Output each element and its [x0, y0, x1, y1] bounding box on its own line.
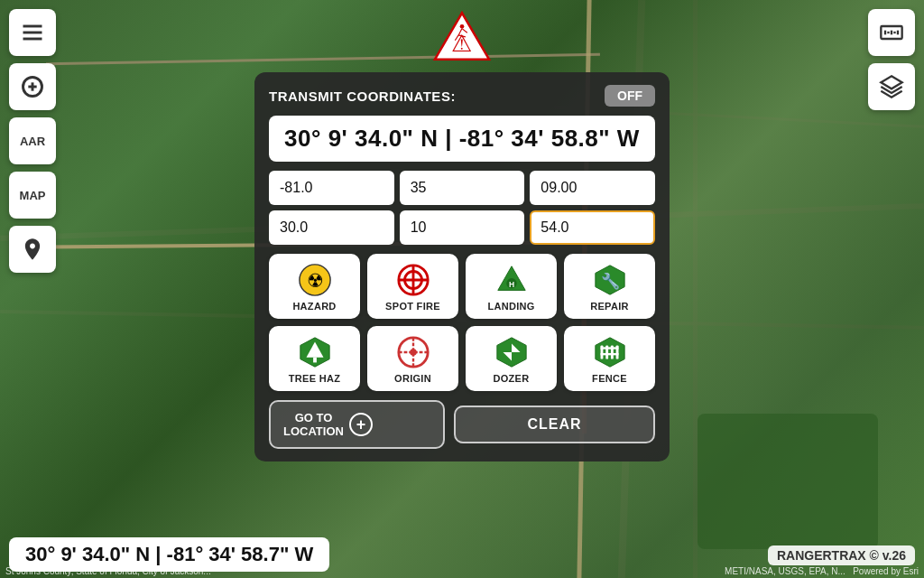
off-button[interactable]: OFF	[605, 85, 655, 107]
dozer-button[interactable]: DOZER	[466, 326, 557, 391]
dozer-label: DOZER	[494, 373, 530, 384]
landing-button[interactable]: H LANDING	[466, 254, 557, 319]
repair-label: REPAIR	[590, 301, 629, 312]
measure-button[interactable]	[868, 9, 915, 56]
repair-button[interactable]: 🔧 REPAIR	[564, 254, 655, 319]
fence-label: FENCE	[592, 373, 627, 384]
hazard-label: HAZARD	[292, 301, 336, 312]
menu-button[interactable]	[9, 9, 56, 56]
input-lat-deg[interactable]	[269, 210, 394, 245]
spot-fire-label: SPOT FIRE	[385, 301, 440, 312]
bottom-coordinate: 30° 9' 34.0" N | -81° 34' 58.7" W	[9, 537, 329, 572]
go-to-location-text: GO TOLOCATION	[283, 411, 344, 438]
map-button[interactable]: MAP	[9, 172, 56, 219]
bottom-right-info: RANGERTRAX © v.26	[768, 545, 915, 565]
svg-text:☢: ☢	[306, 270, 323, 291]
svg-point-38	[410, 349, 417, 356]
spot-fire-button[interactable]: SPOT FIRE	[367, 254, 458, 319]
input-lat-min[interactable]	[400, 210, 525, 245]
top-right-controls	[868, 9, 915, 110]
clear-button[interactable]: CLEAR	[454, 406, 655, 443]
zoom-in-button[interactable]	[9, 63, 56, 110]
origin-button[interactable]: ORIGIN	[367, 326, 458, 391]
svg-rect-48	[600, 353, 618, 355]
go-to-location-button[interactable]: GO TOLOCATION +	[269, 400, 445, 449]
svg-rect-34	[313, 358, 317, 363]
transmit-row: TRANSMIT COORDINATES: OFF	[269, 85, 655, 107]
fence-button[interactable]: FENCE	[564, 326, 655, 391]
input-lon-min[interactable]	[400, 171, 525, 205]
hazard-button[interactable]: ☢ HAZARD	[269, 254, 360, 319]
svg-marker-42	[595, 338, 624, 367]
input-lat-sec[interactable]	[530, 210, 655, 245]
svg-rect-47	[600, 347, 618, 349]
tree-haz-button[interactable]: TREE HAZ	[269, 326, 360, 391]
svg-text:⚠: ⚠	[452, 31, 473, 56]
svg-text:H: H	[508, 280, 513, 289]
svg-point-15	[460, 24, 465, 29]
input-lon-deg[interactable]	[269, 171, 394, 205]
landing-label: LANDING	[487, 301, 534, 312]
left-sidebar: AAR MAP	[9, 9, 56, 273]
input-lon-sec[interactable]	[530, 171, 655, 205]
action-row: GO TOLOCATION + CLEAR	[269, 400, 655, 449]
warning-icon-container: ⚠	[430, 9, 494, 67]
plus-circle-icon: +	[349, 413, 373, 436]
tree-haz-label: TREE HAZ	[289, 373, 340, 384]
transmit-label: TRANSMIT COORDINATES:	[269, 89, 456, 104]
svg-marker-12	[881, 76, 901, 89]
bottom-bar: 30° 9' 34.0" N | -81° 34' 58.7" W RANGER…	[0, 536, 924, 578]
input-grid	[269, 171, 655, 245]
origin-label: ORIGIN	[394, 373, 431, 384]
location-button[interactable]	[9, 226, 56, 273]
rangertrax-label: RANGERTRAX © v.26	[768, 545, 915, 565]
aar-button[interactable]: AAR	[9, 117, 56, 164]
coordinate-display: 30° 9' 34.0" N | -81° 34' 58.8" W	[269, 116, 655, 162]
icon-button-grid: ☢ HAZARD SPOT FIRE H LANDING	[269, 254, 655, 391]
coordinate-panel: TRANSMIT COORDINATES: OFF 30° 9' 34.0" N…	[254, 72, 670, 461]
layers-button[interactable]	[868, 63, 915, 110]
svg-text:🔧: 🔧	[600, 272, 620, 291]
warning-triangle-icon: ⚠	[430, 9, 494, 63]
